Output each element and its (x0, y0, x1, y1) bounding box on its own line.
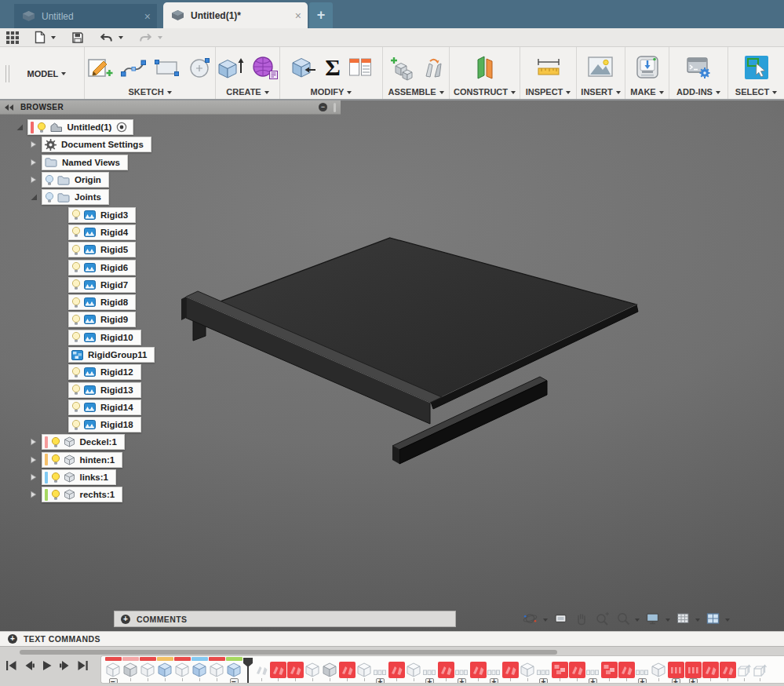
expand-group-button[interactable]: + (539, 678, 548, 684)
browser-row-rigid12[interactable]: Rigid12 (0, 363, 155, 381)
minimize-panel-icon[interactable]: − (319, 103, 327, 111)
step-backward-button[interactable] (24, 660, 35, 671)
timeline-item-joint-red-28[interactable] (568, 657, 585, 684)
browser-scrollbar[interactable] (334, 103, 336, 112)
browser-row-rigid3[interactable]: Rigid3 (0, 206, 155, 223)
new-component-icon[interactable] (388, 54, 416, 84)
visibility-bulb-icon[interactable] (71, 314, 81, 326)
timeline-item-joint-red-17[interactable] (388, 657, 405, 684)
browser-node[interactable]: RigidGroup11 (68, 347, 155, 363)
browser-node[interactable]: Joints (42, 189, 109, 205)
timeline-item-joint-red-22[interactable] (469, 657, 487, 684)
browser-row-document-settings[interactable]: Document Settings (0, 136, 155, 153)
tab-untitled-1[interactable]: Untitled(1)* × (163, 2, 308, 28)
joint-icon[interactable] (421, 54, 445, 84)
browser-row-joints[interactable]: Joints (0, 188, 155, 206)
look-at-button[interactable] (552, 612, 570, 628)
expand-text-commands-icon[interactable]: + (8, 634, 17, 644)
viewport-canvas[interactable]: BROWSER − Untitled(1)Document SettingsNa… (0, 100, 784, 631)
viewports-button[interactable] (705, 612, 731, 628)
grid-settings-button[interactable] (675, 612, 702, 628)
browser-row-origin[interactable]: Origin (0, 171, 155, 188)
timeline-scrollbar[interactable] (20, 650, 557, 655)
group-dropdown-make[interactable]: MAKE (630, 87, 663, 97)
visibility-bulb-icon[interactable] (71, 244, 81, 256)
timeline-item-extrude-39[interactable] (752, 657, 768, 684)
browser-node[interactable]: Rigid10 (68, 330, 141, 345)
browser-row-rigid18[interactable]: Rigid18 (0, 416, 155, 433)
timeline-item-group-red-27[interactable] (551, 657, 568, 684)
browser-row-rigid13[interactable]: Rigid13 (0, 381, 155, 398)
spline-icon[interactable] (119, 54, 148, 84)
timeline-item-dots-21[interactable]: + (454, 657, 469, 684)
timeline-item-dots-26[interactable]: + (536, 657, 551, 684)
close-tab-icon[interactable]: × (144, 11, 151, 22)
visibility-bulb-icon[interactable] (71, 384, 81, 396)
orbit-button[interactable] (521, 611, 549, 629)
undo-button[interactable] (100, 32, 123, 43)
timeline-item-joint-red-36[interactable] (702, 657, 719, 684)
group-dropdown-select[interactable]: SELECT (735, 87, 777, 97)
visibility-bulb-icon[interactable] (71, 297, 81, 308)
expand-group-button[interactable]: + (689, 678, 698, 684)
timeline-item-joint-red-37[interactable] (719, 657, 736, 684)
browser-row-rigid4[interactable]: Rigid4 (0, 224, 155, 241)
expand-group-button[interactable]: + (376, 678, 385, 684)
timeline-item-cube-4[interactable] (173, 657, 191, 684)
collapse-group-button[interactable]: − (230, 678, 239, 684)
extrude-icon[interactable] (216, 54, 246, 84)
browser-node[interactable]: Rigid13 (68, 382, 141, 398)
timeline-item-cube-0[interactable]: − (104, 657, 122, 684)
insert-image-icon[interactable] (587, 55, 615, 83)
apps-grid-button[interactable] (6, 31, 19, 44)
expand-group-button[interactable]: + (425, 678, 434, 684)
visibility-bulb-icon[interactable] (37, 122, 46, 133)
visibility-bulb-icon[interactable] (71, 261, 81, 273)
timeline-item-dots-29[interactable]: + (585, 657, 600, 684)
visibility-bulb-icon[interactable] (45, 174, 54, 186)
create-sketch-icon[interactable] (87, 54, 114, 84)
group-dropdown-insert[interactable]: INSERT (581, 87, 620, 97)
visibility-bulb-icon[interactable] (51, 489, 60, 501)
browser-node[interactable]: hinten:1 (42, 452, 122, 468)
rail-end-cap[interactable] (181, 297, 186, 320)
expand-arrow-icon[interactable] (28, 491, 38, 498)
browser-row-untitled-1-[interactable]: Untitled(1) (0, 119, 155, 136)
expand-group-button[interactable]: + (638, 678, 647, 684)
collapse-arrow-icon[interactable] (14, 123, 24, 131)
activate-component-radio-icon[interactable] (116, 122, 127, 133)
timeline-item-bars-red-35[interactable]: + (684, 657, 702, 684)
browser-row-rigid6[interactable]: Rigid6 (0, 258, 155, 275)
expand-arrow-icon[interactable] (28, 176, 38, 184)
pan-button[interactable] (573, 612, 590, 629)
browser-node[interactable]: Rigid6 (68, 260, 136, 275)
form-icon[interactable] (251, 54, 279, 84)
timeline-item-cube-1[interactable] (122, 657, 139, 684)
dropdown-caret-icon[interactable] (725, 618, 730, 622)
browser-row-rigid10[interactable]: Rigid10 (0, 329, 155, 346)
visibility-bulb-icon[interactable] (71, 209, 81, 221)
visibility-bulb-icon[interactable] (71, 331, 81, 343)
parameters-sigma-icon[interactable]: Σ (323, 54, 342, 84)
redo-button[interactable] (139, 32, 162, 43)
visibility-bulb-icon[interactable] (71, 401, 81, 413)
close-tab-icon[interactable]: × (295, 10, 301, 21)
go-to-end-button[interactable] (77, 660, 89, 671)
browser-row-rigid9[interactable]: Rigid9 (0, 311, 155, 328)
timeline-item-cube-25[interactable] (519, 657, 536, 684)
browser-row-links-1[interactable]: links:1 (0, 469, 155, 486)
collapse-group-button[interactable]: − (109, 678, 118, 684)
browser-node[interactable]: Rigid8 (68, 294, 136, 310)
timeline-item-cube-15[interactable] (356, 657, 373, 684)
dropdown-caret-icon[interactable] (635, 618, 640, 622)
timeline-item-joint-red-31[interactable] (618, 657, 635, 684)
tab-untitled[interactable]: Untitled × (14, 4, 157, 28)
visibility-bulb-icon[interactable] (45, 192, 54, 203)
appearance-icon[interactable] (348, 54, 373, 84)
browser-row-named-views[interactable]: Named Views (0, 154, 155, 171)
browser-node[interactable]: Rigid14 (68, 400, 141, 415)
browser-node[interactable]: Rigid3 (68, 207, 136, 223)
group-dropdown-inspect[interactable]: INSPECT (526, 87, 571, 97)
construction-plane-icon[interactable] (473, 54, 497, 84)
browser-panel-header[interactable]: BROWSER − (0, 100, 341, 115)
